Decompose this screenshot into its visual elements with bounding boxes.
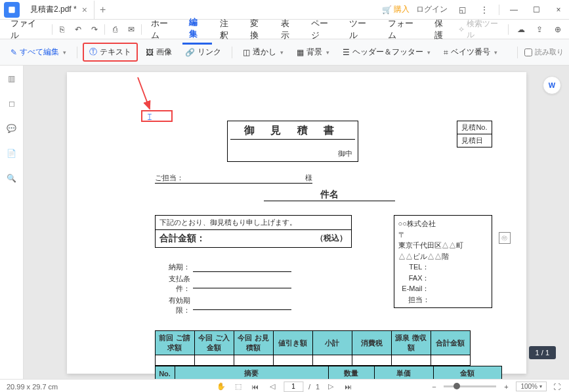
cart-icon: 🛒 [382, 5, 392, 14]
header-footer-button[interactable]: ☰ ヘッダー＆フッター ▾ [337, 44, 436, 60]
pdf-page[interactable]: 𝙸 御 見 積 書 御中 見積No. 見積日 ご担当： 様 件名 下記のとおり、… [67, 72, 526, 374]
attachment-icon[interactable]: 📄 [4, 146, 20, 161]
menu-tool[interactable]: ツール [343, 15, 380, 44]
chevron-down-icon: ▾ [280, 49, 284, 56]
description-block: 下記のとおり、御見積もり申し上げます。 合計金額： （税込） [155, 215, 352, 248]
page-nav: ✋ ⬚ ⏮ ◁ / 1 ▷ ⏭ [215, 381, 354, 393]
edit-all-button[interactable]: ✎ すべて編集 ▾ [5, 44, 72, 60]
close-window-button[interactable]: × [551, 2, 566, 18]
maximize-button[interactable]: ☐ [528, 2, 544, 18]
kebab-menu-icon[interactable]: ⋮ [476, 2, 492, 18]
add-tab-button[interactable]: + [95, 4, 111, 16]
menu-form[interactable]: フォーム [381, 15, 427, 44]
bates-button[interactable]: ⌗ ベイツ番号 ▾ [438, 44, 503, 60]
last-page-icon[interactable]: ⏭ [342, 381, 354, 393]
contact-line: ご担当： 様 [155, 173, 312, 184]
watermark-button[interactable]: ◫ 透かし ▾ [238, 44, 289, 60]
watermark-icon: ◫ [243, 48, 250, 57]
terms-block: 納期： 支払条件： 有効期限： [155, 262, 291, 317]
menu-protect[interactable]: 保護 [428, 15, 457, 44]
first-page-icon[interactable]: ⏮ [249, 381, 261, 393]
text-icon: Ⓣ [89, 47, 97, 58]
print-icon[interactable]: ⎙ [108, 22, 122, 37]
select-tool-icon[interactable]: ⬚ [232, 381, 244, 393]
page-total: 1 [316, 383, 320, 391]
menu-edit[interactable]: 編集 [182, 14, 211, 45]
fit-page-icon[interactable]: ⛶ [551, 381, 562, 393]
header-footer-icon: ☰ [343, 48, 350, 57]
statusbar: 20.99 x 29.7 cm ✋ ⬚ ⏮ ◁ / 1 ▷ ⏭ − + 100%… [0, 379, 569, 392]
estimate-no-box: 見積No. 見積日 [457, 121, 492, 147]
canvas-area[interactable]: 𝙸 御 見 積 書 御中 見積No. 見積日 ご担当： 様 件名 下記のとおり、… [24, 66, 569, 379]
svg-line-2 [138, 77, 150, 109]
email-icon[interactable]: ✉ [124, 22, 138, 37]
summary-table: 前回 ご請求額 今回 ご入金額 今回 お見積額 値引き額 小計 消費税 源泉 徴… [155, 330, 471, 366]
comment-panel-icon[interactable]: 💬 [4, 121, 20, 136]
menu-page[interactable]: ページ [305, 15, 342, 44]
image-icon: 🖼 [146, 48, 154, 57]
image-tool-button[interactable]: 🖼 画像 [140, 44, 177, 60]
total-line: 合計金額： （税込） [155, 230, 352, 248]
link-tool-button[interactable]: 🔗 リンク [180, 44, 226, 60]
thumbnails-icon[interactable]: ▥ [4, 71, 20, 87]
menu-file[interactable]: ファイル [4, 15, 49, 44]
text-cursor-icon: 𝙸 [146, 112, 153, 121]
hand-tool-icon[interactable]: ✋ [215, 381, 227, 393]
page-input[interactable] [284, 382, 303, 392]
background-button[interactable]: ▦ 背景 ▾ [291, 44, 335, 60]
minimize-button[interactable]: — [506, 2, 522, 18]
menubar: ファイル ⎘ ↶ ↷ ⎙ ✉ ホーム 編集 注釈 変換 表示 ページ ツール フ… [0, 20, 569, 39]
left-sidebar: ▥ ◻ 💬 📄 🔍 [0, 66, 24, 379]
background-icon: ▦ [297, 48, 304, 57]
search-panel-icon[interactable]: 🔍 [4, 170, 20, 186]
chevron-down-icon: ▾ [494, 49, 497, 56]
page-dimensions: 20.99 x 29.7 cm [7, 383, 58, 391]
redo-icon[interactable]: ↷ [87, 22, 102, 37]
cloud-icon[interactable]: ☁ [513, 22, 528, 37]
more-icon[interactable]: ⊕ [551, 22, 565, 37]
text-edit-box[interactable]: 𝙸 [141, 110, 173, 122]
zoom-out-icon[interactable]: − [428, 381, 440, 393]
zoom-slider[interactable] [444, 385, 496, 387]
doc-title-box: 御 見 積 書 御中 [227, 121, 358, 162]
next-page-icon[interactable]: ▷ [325, 381, 337, 393]
share-icon[interactable]: ⇪ [532, 22, 547, 37]
link-icon: 🔗 [185, 48, 195, 57]
bates-icon: ⌗ [444, 48, 448, 57]
word-export-icon[interactable]: W [543, 76, 561, 94]
purchase-link[interactable]: 🛒 購入 [382, 4, 410, 15]
est-date-label: 見積日 [457, 134, 491, 147]
menu-convert[interactable]: 変換 [243, 15, 272, 44]
close-tab-icon[interactable]: × [82, 5, 87, 15]
chevron-down-icon: ▾ [427, 49, 431, 56]
undo-icon[interactable]: ↶ [71, 22, 85, 37]
login-link[interactable]: ログイン [416, 4, 448, 15]
menu-home[interactable]: ホーム [144, 15, 182, 44]
subject: 件名 [264, 189, 395, 201]
tab-title: 見積書2.pdf * [30, 4, 77, 15]
menu-view[interactable]: 表示 [274, 15, 303, 44]
ocr-checkbox[interactable]: 読み取り [524, 47, 564, 57]
search-tool[interactable]: ✧ 検索ツール [458, 18, 502, 41]
zoom-value[interactable]: 100% ▾ [516, 382, 547, 391]
chevron-down-icon: ▾ [539, 383, 542, 389]
est-no-label: 見積No. [457, 121, 491, 134]
desc-text: 下記のとおり、御見積もり申し上げます。 [155, 215, 352, 230]
open-icon[interactable]: ⎘ [55, 22, 70, 37]
prev-page-icon[interactable]: ◁ [266, 381, 278, 393]
zoom-in-icon[interactable]: + [500, 381, 512, 393]
page-indicator: 1 / 1 [529, 346, 556, 359]
bookmark-icon[interactable]: ◻ [4, 96, 20, 111]
pencil-icon: ✎ [11, 48, 17, 57]
company-box: ○○株式会社 〒 東京千代田区△△町 △△ビル△△階 TEL： FAX： E-M… [394, 215, 492, 308]
ocr-checkbox-input[interactable] [524, 49, 532, 56]
detail-table: No. 摘要 数量 単価 金額 [155, 366, 502, 379]
main-area: ▥ ◻ 💬 📄 🔍 𝙸 御 見 積 書 御中 見積No. 見積日 [0, 66, 569, 379]
wand-icon: ✧ [458, 25, 465, 34]
text-tool-button[interactable]: Ⓣ テキスト [83, 43, 138, 62]
menu-comment[interactable]: 注釈 [213, 15, 242, 44]
chevron-down-icon: ▾ [63, 49, 66, 56]
doc-onchu: 御中 [230, 140, 355, 159]
chevron-down-icon: ▾ [326, 49, 329, 56]
stamp-placeholder: ㊞ [499, 232, 511, 244]
